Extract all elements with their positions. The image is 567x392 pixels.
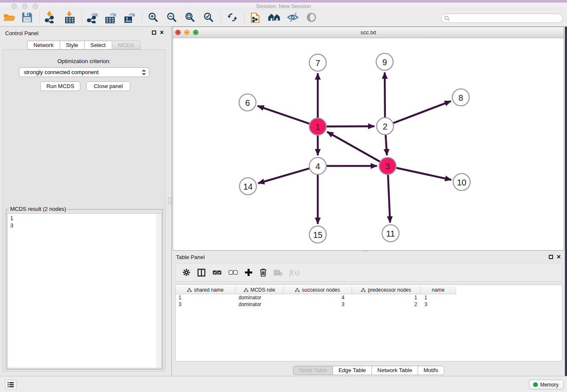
float-panel-icon[interactable] bbox=[152, 30, 156, 35]
refresh-layout-button[interactable] bbox=[227, 12, 238, 25]
tab-node-table[interactable]: Node Table bbox=[293, 366, 333, 375]
edge-2-8[interactable] bbox=[394, 101, 451, 123]
function-builder-button[interactable]: f(x) bbox=[289, 268, 300, 277]
zoom-out-icon bbox=[167, 12, 177, 22]
edge-2-3[interactable] bbox=[385, 135, 387, 155]
split-columns-button[interactable] bbox=[197, 268, 206, 277]
node-11[interactable]: 11 bbox=[382, 225, 399, 242]
status-bar: Memory bbox=[0, 376, 567, 392]
column-header-shared-name[interactable]: shared name bbox=[176, 286, 236, 294]
edge-3-1[interactable] bbox=[327, 132, 380, 161]
criterion-value: strongly connected component bbox=[24, 69, 99, 75]
titlebar-accent bbox=[0, 0, 567, 3]
node-14[interactable]: 14 bbox=[239, 178, 256, 195]
edge-1-6[interactable] bbox=[258, 106, 309, 124]
svg-text:7: 7 bbox=[315, 58, 320, 68]
save-session-button[interactable] bbox=[22, 12, 33, 24]
node-10[interactable]: 10 bbox=[453, 174, 470, 190]
edge-2-9[interactable] bbox=[385, 72, 385, 117]
node-2[interactable]: 2 bbox=[377, 118, 394, 135]
delete-column-button[interactable] bbox=[259, 268, 267, 277]
node-7[interactable]: 7 bbox=[309, 54, 326, 71]
import-network-button[interactable] bbox=[44, 11, 56, 25]
attribute-icon bbox=[187, 288, 192, 292]
column-header-name[interactable]: name bbox=[421, 286, 456, 294]
node-9[interactable]: 9 bbox=[376, 53, 393, 70]
task-history-button[interactable] bbox=[5, 380, 17, 389]
node-4[interactable]: 4 bbox=[309, 157, 326, 174]
mcds-result-title: MCDS result (2 nodes) bbox=[8, 206, 68, 212]
export-network-button[interactable] bbox=[86, 11, 98, 25]
node-3[interactable]: 3 bbox=[379, 157, 396, 174]
mcds-result-list[interactable]: 1 3 bbox=[7, 213, 162, 368]
tab-style[interactable]: Style bbox=[60, 41, 85, 50]
node-1[interactable]: 1 bbox=[309, 118, 326, 135]
network-view-window: × − + scc.txt 1234678910111415 bbox=[173, 27, 564, 251]
home-button[interactable] bbox=[268, 13, 280, 24]
criterion-select[interactable]: strongly connected component bbox=[19, 67, 149, 77]
close-panel-button[interactable]: Close panel bbox=[86, 81, 130, 91]
new-network-from-file-button[interactable] bbox=[250, 11, 261, 25]
import-table-button[interactable] bbox=[65, 11, 75, 25]
zoom-in-button[interactable] bbox=[148, 12, 159, 24]
eye-slash-icon bbox=[287, 12, 299, 23]
zoom-fit-button[interactable] bbox=[185, 12, 195, 24]
delete-table-button[interactable] bbox=[274, 269, 283, 276]
memory-button[interactable]: Memory bbox=[529, 380, 564, 389]
table-settings-button[interactable] bbox=[182, 268, 190, 276]
hide-graphics-details-button[interactable] bbox=[287, 12, 299, 25]
export-table-button[interactable] bbox=[105, 11, 117, 25]
node-table-header: shared name MCDS role successor nodes pr… bbox=[176, 286, 562, 294]
vertical-splitter-grip[interactable] bbox=[168, 197, 171, 204]
edge-4-14[interactable] bbox=[258, 168, 309, 183]
save-icon bbox=[22, 12, 33, 22]
svg-text:3: 3 bbox=[385, 162, 390, 171]
close-panel-icon[interactable]: × bbox=[160, 30, 164, 35]
home-houses-icon bbox=[268, 13, 280, 22]
export-network-icon bbox=[86, 11, 98, 23]
zoom-selected-button[interactable] bbox=[204, 12, 214, 24]
table-row[interactable]: 3 dominator 3 2 3 bbox=[176, 301, 562, 308]
column-header-predecessor-nodes[interactable]: predecessor nodes bbox=[352, 286, 421, 294]
tab-mcds[interactable]: MCDS bbox=[112, 41, 140, 50]
float-table-panel-icon[interactable] bbox=[549, 255, 553, 259]
tab-network[interactable]: Network bbox=[27, 41, 60, 50]
result-scrollbar[interactable] bbox=[157, 214, 161, 368]
add-column-button[interactable] bbox=[245, 268, 253, 276]
network-canvas[interactable]: 1234678910111415 bbox=[173, 38, 564, 250]
node-6[interactable]: 6 bbox=[239, 94, 256, 111]
table-tabs: Node Table Edge Table Network Table Moti… bbox=[173, 366, 565, 375]
attribute-icon bbox=[244, 288, 248, 292]
svg-text:14: 14 bbox=[243, 182, 253, 191]
tab-select[interactable]: Select bbox=[84, 41, 112, 50]
tab-network-table[interactable]: Network Table bbox=[372, 366, 418, 375]
svg-text:11: 11 bbox=[386, 229, 395, 238]
refresh-icon bbox=[227, 12, 238, 23]
edge-3-11[interactable] bbox=[388, 175, 390, 223]
open-session-button[interactable] bbox=[3, 12, 16, 25]
tab-motifs[interactable]: Motifs bbox=[418, 366, 444, 375]
network-graph[interactable]: 1234678910111415 bbox=[173, 38, 564, 250]
close-table-panel-icon[interactable]: × bbox=[557, 254, 561, 259]
zoom-selected-icon bbox=[204, 12, 214, 22]
session-title: Session: New Session bbox=[0, 3, 567, 9]
edge-3-10[interactable] bbox=[396, 168, 451, 179]
run-mcds-button[interactable]: Run MCDS bbox=[40, 81, 80, 91]
unselect-all-columns-button[interactable] bbox=[228, 269, 238, 276]
edge-1-2[interactable] bbox=[327, 126, 374, 127]
show-preview-button[interactable] bbox=[306, 12, 317, 24]
node-15[interactable]: 15 bbox=[309, 226, 326, 243]
node-8[interactable]: 8 bbox=[452, 89, 469, 106]
column-header-mcds-role[interactable]: MCDS role bbox=[236, 286, 284, 294]
zoom-out-button[interactable] bbox=[167, 12, 177, 24]
export-image-button[interactable] bbox=[124, 11, 135, 25]
tab-edge-table[interactable]: Edge Table bbox=[333, 366, 372, 375]
table-row[interactable]: 1 dominator 4 1 1 bbox=[176, 294, 562, 301]
search-icon bbox=[444, 16, 450, 21]
search-input[interactable] bbox=[451, 14, 562, 22]
select-all-columns-button[interactable] bbox=[212, 269, 222, 276]
search-field[interactable] bbox=[441, 14, 563, 23]
column-header-successor-nodes[interactable]: successor nodes bbox=[284, 286, 352, 294]
network-window-titlebar[interactable]: × − + scc.txt bbox=[173, 27, 564, 38]
column-label: predecessor nodes bbox=[368, 287, 411, 293]
